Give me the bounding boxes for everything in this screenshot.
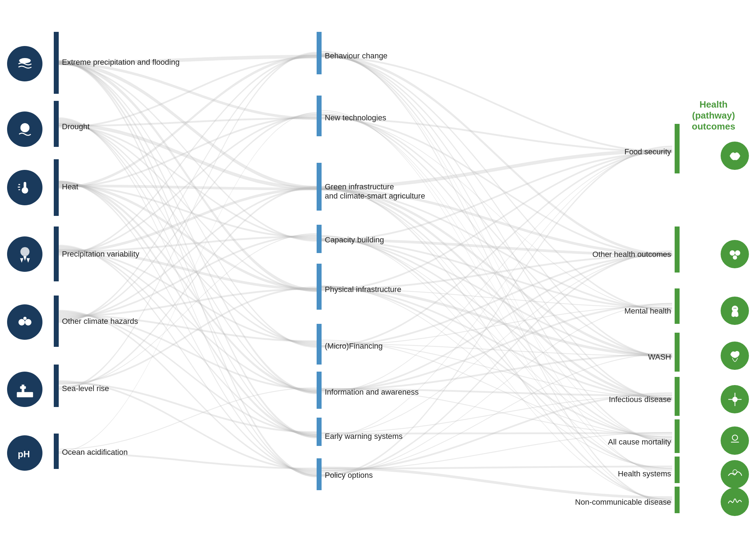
svg-point-7	[20, 247, 29, 256]
right-icon-health_sys	[721, 460, 749, 488]
svg-point-15	[733, 154, 737, 158]
svg-point-16	[729, 250, 735, 256]
diagram-container: Health (pathway)outcomes Extreme precipi…	[0, 0, 756, 533]
right-bar-food	[675, 124, 680, 173]
mid-label-tech: New technologies	[325, 113, 386, 122]
right-icon-wash	[721, 342, 749, 370]
mid-bar-early	[317, 418, 322, 446]
left-label-drought: Drought	[62, 122, 90, 131]
mid-label-micro: (Micro)Financing	[325, 342, 383, 351]
svg-point-32	[733, 470, 737, 474]
left-bar-flooding	[54, 32, 59, 94]
left-icon-precip	[7, 236, 42, 272]
mid-label-physical: Physical infrastructure	[325, 285, 401, 294]
svg-rect-13	[20, 386, 26, 389]
right-icon-other_health	[721, 240, 749, 268]
right-bar-ncd	[675, 487, 680, 513]
mid-bar-info	[317, 372, 322, 409]
left-icon-drought	[7, 111, 42, 147]
mid-bar-capacity	[317, 225, 322, 253]
mid-label-early: Early warning systems	[325, 432, 403, 441]
left-label-heat: Heat	[62, 182, 78, 191]
svg-point-8	[18, 319, 25, 325]
left-icon-heat	[7, 170, 42, 205]
mid-bar-physical	[317, 264, 322, 310]
right-bar-other_health	[675, 227, 680, 273]
right-label-wash: WASH	[648, 353, 671, 362]
left-bar-drought	[54, 101, 59, 147]
right-icon-mental	[721, 297, 749, 325]
right-icon-infectious	[721, 385, 749, 413]
svg-rect-3	[23, 182, 26, 190]
svg-rect-11	[17, 392, 33, 397]
right-label-food: Food security	[624, 147, 671, 156]
left-bar-sealevel	[54, 365, 59, 407]
svg-point-9	[25, 319, 31, 325]
left-icon-other_climate	[7, 304, 42, 340]
svg-point-0	[19, 58, 31, 63]
left-bar-ocean	[54, 434, 59, 469]
mid-label-policy: Policy options	[325, 471, 373, 480]
right-icon-food	[721, 142, 749, 170]
mid-label-capacity: Capacity building	[325, 235, 384, 245]
mid-bar-tech	[317, 96, 322, 136]
mid-bar-micro	[317, 324, 322, 365]
right-bar-wash	[675, 333, 680, 372]
right-bar-mental	[675, 288, 680, 324]
svg-point-17	[735, 250, 740, 256]
right-label-mental: Mental health	[624, 306, 671, 316]
left-label-precip: Precipitation variability	[62, 250, 139, 259]
left-bar-other_climate	[54, 296, 59, 347]
mid-label-info: Information and awareness	[325, 388, 419, 397]
right-label-infectious: Infectious disease	[609, 395, 671, 404]
left-icon-flooding	[7, 46, 42, 81]
left-icon-ocean: pH	[7, 435, 42, 471]
svg-point-23	[733, 308, 734, 309]
svg-point-29	[732, 397, 738, 402]
right-icon-mortality	[721, 426, 749, 455]
left-bar-precip	[54, 227, 59, 281]
mid-bar-behaviour	[317, 32, 322, 74]
left-label-other_climate: Other climate hazards	[62, 317, 138, 326]
svg-point-30	[732, 435, 738, 440]
svg-text:pH: pH	[18, 449, 30, 459]
right-icon-ncd	[721, 488, 749, 516]
svg-point-19	[732, 305, 738, 312]
mid-label-green: Green infrastructureand climate-smart ag…	[325, 182, 425, 201]
left-label-sealevel: Sea-level rise	[62, 384, 109, 393]
right-label-other_health: Other health outcomes	[592, 250, 671, 259]
right-label-mortality: All cause mortality	[608, 437, 671, 447]
svg-point-24	[735, 308, 736, 309]
right-bar-health_sys	[675, 457, 680, 483]
mid-bar-policy	[317, 458, 322, 490]
svg-point-10	[23, 316, 26, 320]
left-bar-heat	[54, 159, 59, 216]
left-label-ocean: Ocean acidification	[62, 448, 128, 457]
svg-point-18	[733, 255, 737, 259]
svg-rect-20	[734, 315, 736, 316]
right-label-ncd: Non-communicable disease	[575, 498, 671, 507]
mid-bar-green	[317, 163, 322, 211]
right-bar-infectious	[675, 377, 680, 416]
right-label-health_sys: Health systems	[618, 469, 671, 478]
left-label-flooding: Extreme precipitation and flooding	[62, 58, 180, 67]
header-health: Health (pathway)outcomes	[682, 99, 745, 132]
right-bar-mortality	[675, 419, 680, 453]
left-icon-sealevel	[7, 372, 42, 407]
mid-label-behaviour: Behaviour change	[325, 51, 387, 61]
